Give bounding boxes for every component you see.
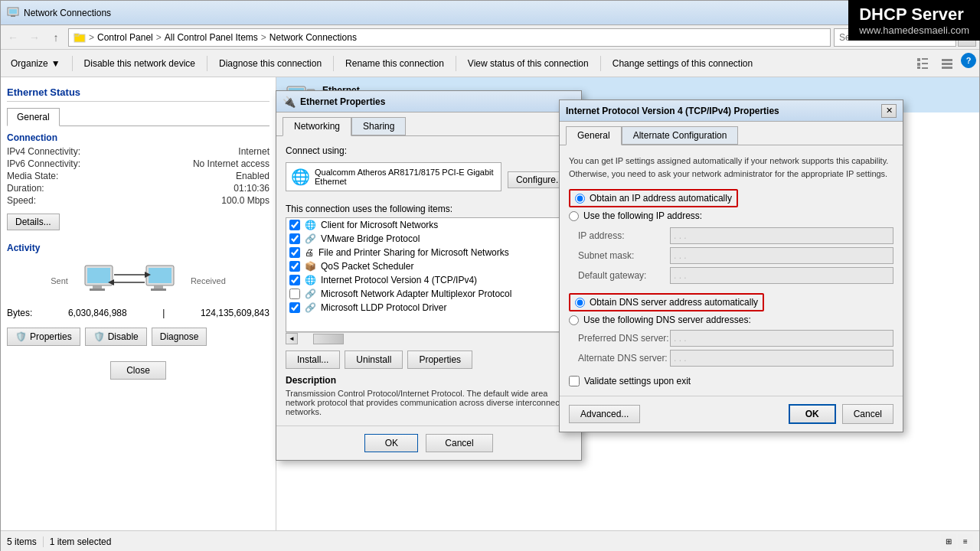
eth-dialog-title-bar: 🔌 Ethernet Properties [276,91,581,112]
install-button[interactable]: Install... [286,350,340,369]
manual-ip-radio[interactable] [569,211,579,221]
svg-rect-17 [90,289,105,291]
close-status-button[interactable]: Close [110,361,166,380]
large-icons-view-button[interactable]: ⊞ [941,534,956,549]
diagnose-action-button[interactable]: Diagnose [152,328,207,346]
h-scroll-track [298,333,560,344]
up-button[interactable]: ↑ [47,28,65,47]
lldp-checkbox[interactable] [289,302,300,313]
change-settings-button[interactable]: Change settings of this connection [606,53,760,74]
ipv4-alternate-tab[interactable]: Alternate Configuration [622,126,739,145]
auto-dns-radio[interactable] [575,298,585,308]
bytes-row: Bytes: 6,030,846,988 | 124,135,609,843 [7,308,270,318]
svg-rect-12 [942,63,952,65]
ipv4-label: IPv4 Connectivity: [7,146,80,157]
general-tab[interactable]: General [7,108,60,126]
view-icons: ⊞ ≡ [941,534,973,549]
adapter-row: 🌐 Qualcomm Atheros AR8171/8175 PCI-E Gig… [286,162,501,191]
list-item-multiplexor: 🔗 Microsoft Network Adapter Multiplexor … [286,287,559,301]
speed-label: Speed: [7,195,36,206]
qos-checkbox[interactable] [289,261,300,272]
items-container: 🌐 Client for Microsoft Networks 🔗 VMware… [286,217,572,332]
scroll-left-button[interactable]: ◄ [286,333,298,344]
install-row: Install... Uninstall Properties [286,350,572,369]
disable-icon: 🛡️ [93,331,105,342]
ipv4-bottom-buttons: Advanced... OK Cancel [560,396,903,432]
client-checkbox[interactable] [289,220,300,230]
view-options-button[interactable] [912,53,933,74]
manual-dns-radio[interactable] [569,315,579,325]
path-all-items: All Control Panel Items [165,32,258,43]
help-icon[interactable]: ? [961,53,976,68]
ipv4-row: IPv4 Connectivity: Internet [7,146,270,157]
activity-icons: Sent [7,259,270,302]
dns-fields: Preferred DNS server: . . . Alternate DN… [578,330,893,367]
sharing-tab[interactable]: Sharing [351,117,406,135]
auto-dns-text: Obtain DNS server address automatically [590,297,758,308]
networking-tab[interactable]: Networking [283,117,351,136]
fileprint-checkbox[interactable] [289,247,300,258]
status-tab-bar: General [7,108,270,126]
uninstall-button[interactable]: Uninstall [345,350,403,369]
auto-ip-row: Obtain an IP address automatically [569,189,893,207]
ipv4-ok-button[interactable]: OK [789,404,836,424]
details-button[interactable]: Details... [7,214,60,230]
toolbar-separator-4 [456,56,456,71]
list-view-button[interactable]: ≡ [958,534,973,549]
tcpipv4-checkbox[interactable] [289,275,300,285]
horizontal-scrollbar: ◄ ► [286,332,572,344]
eth-dialog-tabs: Networking Sharing [276,112,581,136]
auto-ip-radio[interactable] [575,194,585,204]
manual-dns-row: Use the following DNS server addresses: [569,315,893,325]
eth-ok-button[interactable]: OK [364,434,418,452]
ipv6-value: No Internet access [193,158,270,169]
address-path: > Control Panel > All Control Panel Item… [68,28,831,47]
subnet-mask-input[interactable]: . . . [670,247,893,264]
disable-network-button[interactable]: Disable this network device [77,53,202,74]
client-text: Client for Microsoft Networks [321,220,438,230]
svg-rect-6 [922,58,928,60]
status-panel: Ethernet Status General Connection IPv4 … [1,77,276,530]
ipv4-close-button[interactable]: ✕ [881,104,897,118]
view-toggle-button[interactable] [936,53,958,74]
rename-button[interactable]: Rename this connection [338,53,451,74]
svg-rect-9 [917,67,920,69]
svg-rect-21 [151,289,166,291]
diagnose-button[interactable]: Diagnose this connection [212,53,328,74]
h-scroll-thumb[interactable] [313,334,344,344]
vmware-checkbox[interactable] [289,233,300,244]
status-panel-title: Ethernet Status [7,83,270,102]
svg-rect-2 [11,15,15,17]
items-title: This connection uses the following items… [286,204,572,214]
eth-dialog-content: Connect using: 🌐 Qualcomm Atheros AR8171… [276,136,581,425]
pref-dns-input[interactable]: . . . [670,330,893,347]
organize-button[interactable]: Organize ▼ [4,53,67,74]
advanced-button[interactable]: Advanced... [569,405,640,423]
validate-checkbox[interactable] [569,376,580,386]
disable-button[interactable]: 🛡️ Disable [85,328,147,346]
subnet-mask-row: Subnet mask: . . . [578,247,893,264]
items-count: 5 items [7,536,37,547]
view-status-button[interactable]: View status of this connection [461,53,596,74]
ip-fields: IP address: . . . Subnet mask: . . . Def… [578,227,893,284]
network-animation [83,259,175,302]
ip-address-input[interactable]: . . . [670,227,893,244]
adapter-icon: 🌐 [291,168,310,186]
properties-button[interactable]: 🛡️ Properties [7,328,80,346]
ipv4-general-tab[interactable]: General [566,126,622,145]
ipv4-content: You can get IP settings assigned automat… [560,145,903,396]
ipv4-cancel-button[interactable]: Cancel [842,404,893,424]
ipv6-row: IPv6 Connectivity: No Internet access [7,158,270,169]
ipv4-title-bar: Internet Protocol Version 4 (TCP/IPv4) P… [560,100,903,122]
back-button[interactable]: ← [4,28,22,47]
alt-dns-input[interactable]: . . . [670,350,893,367]
organize-dropdown-icon: ▼ [51,58,60,69]
title-icon [7,5,19,20]
eth-cancel-button[interactable]: Cancel [426,434,492,452]
forward-button[interactable]: → [25,28,44,47]
eth-properties-button[interactable]: Properties [407,350,472,369]
qos-text: QoS Packet Scheduler [321,261,413,272]
default-gateway-input[interactable]: . . . [670,267,893,284]
svg-rect-16 [93,285,102,289]
multiplexor-checkbox[interactable] [289,289,300,299]
